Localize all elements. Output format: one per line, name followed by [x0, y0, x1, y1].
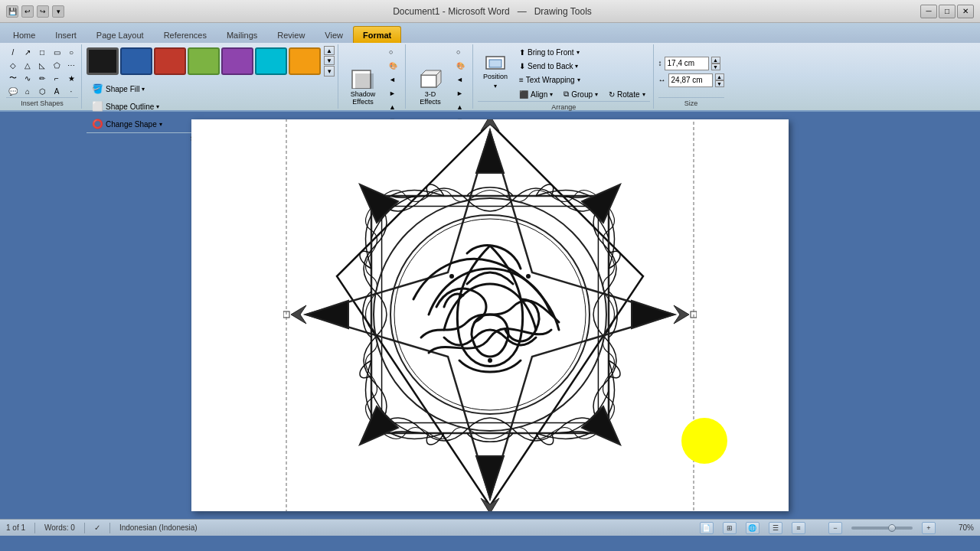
ribbon-content: / ↗ □ ▭ ○ ◇ △ ◺ ⬠ ⋯ 〜 ∿ ✏ ⌐ ★ 💬 ⌂ ⬡ A · — [0, 43, 980, 110]
line-tool[interactable]: / — [6, 46, 20, 58]
shadow-color[interactable]: 🎨 — [384, 60, 402, 72]
shadow-right[interactable]: ► — [384, 87, 402, 99]
shadow-on-off[interactable]: ○ — [384, 46, 402, 58]
zoom-thumb[interactable] — [888, 524, 896, 532]
swatch-green[interactable] — [188, 47, 220, 75]
group-button[interactable]: ⧉ Group ▾ — [559, 87, 603, 101]
change-shape-dropdown-arrow: ▾ — [159, 121, 162, 128]
change-shape-icon: ⭕ — [91, 118, 103, 130]
threed-color[interactable]: 🎨 — [452, 60, 469, 72]
redo-icon[interactable]: ↪ — [37, 5, 49, 18]
shape-fill-button[interactable]: 🪣 Shape Fill ▾ — [87, 80, 167, 97]
height-input[interactable] — [665, 57, 709, 70]
group-icon: ⧉ — [564, 90, 569, 99]
svg-marker-19 — [632, 301, 674, 328]
styles-scroll-up[interactable]: ▲ — [324, 46, 335, 55]
tab-home[interactable]: Home — [3, 26, 45, 43]
curve-tool[interactable]: ∿ — [21, 72, 34, 84]
text-wrap-icon: ≡ — [519, 76, 524, 84]
zoom-slider[interactable] — [851, 523, 913, 533]
tab-references[interactable]: References — [154, 26, 217, 43]
scribble-tool[interactable]: ✏ — [35, 72, 49, 84]
text-wrapping-button[interactable]: ≡ Text Wrapping ▾ — [514, 73, 650, 86]
shape-outline-button[interactable]: ⬜ Shape Outline ▾ — [87, 98, 167, 115]
threed-tilt-left[interactable]: ◄ — [452, 73, 469, 86]
customize-icon[interactable]: ▾ — [52, 5, 64, 18]
rect-tool[interactable]: □ — [35, 46, 49, 58]
tab-page-layout[interactable]: Page Layout — [87, 26, 154, 43]
swatch-purple[interactable] — [221, 47, 253, 75]
width-up[interactable]: ▲ — [715, 73, 724, 80]
status-sep-3 — [109, 523, 110, 533]
position-icon — [485, 49, 506, 70]
yellow-circle[interactable] — [681, 418, 727, 464]
banner-tool[interactable]: ⌂ — [21, 85, 34, 97]
save-icon[interactable]: 💾 — [6, 5, 18, 18]
shadow-effects-button[interactable]: Shadow Effects — [343, 67, 383, 106]
chevron-tool[interactable]: ⋯ — [64, 59, 78, 71]
restore-button[interactable]: □ — [939, 5, 956, 18]
tab-view[interactable]: View — [315, 26, 353, 43]
swatch-black[interactable] — [87, 47, 119, 75]
shadow-left[interactable]: ◄ — [384, 73, 402, 86]
send-to-back-button[interactable]: ⬇ Send to Back ▾ — [514, 60, 650, 73]
svg-marker-24 — [360, 184, 398, 223]
tab-mailings[interactable]: Mailings — [217, 26, 267, 43]
threed-effects-button[interactable]: 3-DEffects — [410, 67, 450, 106]
styles-row-1 — [87, 47, 321, 75]
oval-tool[interactable]: ○ — [64, 46, 78, 58]
position-button[interactable]: Position ▾ — [478, 46, 513, 92]
view-fullscreen-button[interactable]: ⊞ — [723, 522, 737, 534]
triangle-tool[interactable]: △ — [21, 59, 34, 71]
view-outline-button[interactable]: ☰ — [769, 522, 782, 534]
swatch-orange[interactable] — [289, 47, 321, 75]
tab-format[interactable]: Format — [353, 26, 401, 43]
threed-tilt-right[interactable]: ► — [452, 87, 469, 99]
size-content: ↕ ▲ ▼ ↔ ▲ ▼ — [658, 46, 724, 97]
threed-icon — [416, 67, 444, 89]
right-triangle-tool[interactable]: ◺ — [35, 59, 49, 71]
flowchart-tool[interactable]: ⬡ — [35, 85, 49, 97]
height-down[interactable]: ▼ — [711, 64, 720, 70]
view-print-button[interactable]: 📄 — [700, 522, 714, 534]
page-count: 1 of 1 — [6, 523, 25, 532]
swatch-blue[interactable] — [120, 47, 152, 75]
threed-tilt-up[interactable]: ▲ — [452, 101, 469, 113]
minimize-button[interactable]: ─ — [920, 5, 937, 18]
close-button[interactable]: ✕ — [957, 5, 974, 18]
connector-tool[interactable]: ⌐ — [50, 72, 64, 84]
diamond-tool[interactable]: ◇ — [6, 59, 20, 71]
edit-points-tool[interactable]: · — [64, 85, 78, 97]
height-spinner: ▲ ▼ — [711, 57, 720, 70]
zoom-out-button[interactable]: − — [828, 522, 842, 534]
artwork[interactable] — [283, 119, 697, 511]
styles-more[interactable]: ▾ — [324, 66, 335, 77]
textbox-tool[interactable]: A — [50, 85, 64, 97]
view-draft-button[interactable]: ≡ — [792, 522, 805, 534]
bring-to-front-button[interactable]: ⬆ Bring to Front ▾ — [514, 46, 650, 59]
rotate-button[interactable]: ↻ Rotate ▾ — [604, 87, 649, 101]
threed-on-off[interactable]: ○ — [452, 46, 469, 58]
proofing-icon[interactable]: ✓ — [94, 523, 100, 532]
insert-shapes-tools: / ↗ □ ▭ ○ ◇ △ ◺ ⬠ ⋯ 〜 ∿ ✏ ⌐ ★ 💬 ⌂ ⬡ A · — [6, 46, 78, 97]
rounded-rect-tool[interactable]: ▭ — [50, 46, 64, 58]
shadow-up[interactable]: ▲ — [384, 101, 402, 113]
swatch-cyan[interactable] — [255, 47, 287, 75]
arrow-tool[interactable]: ↗ — [21, 46, 34, 58]
callout-tool[interactable]: 💬 — [6, 85, 20, 97]
pentagon-tool[interactable]: ⬠ — [50, 59, 64, 71]
undo-icon[interactable]: ↩ — [21, 5, 34, 18]
width-input[interactable] — [668, 73, 713, 87]
swatch-red[interactable] — [154, 47, 186, 75]
width-down[interactable]: ▼ — [715, 80, 724, 87]
align-button[interactable]: ⬛ Align ▾ — [514, 87, 557, 101]
tab-insert[interactable]: Insert — [45, 26, 87, 43]
zoom-in-button[interactable]: + — [922, 522, 936, 534]
freeform-tool[interactable]: 〜 — [6, 72, 20, 84]
height-up[interactable]: ▲ — [711, 57, 720, 64]
styles-scroll-down[interactable]: ▼ — [324, 56, 335, 65]
star-tool[interactable]: ★ — [64, 72, 78, 84]
view-web-button[interactable]: 🌐 — [746, 522, 760, 534]
tab-review[interactable]: Review — [267, 26, 315, 43]
change-shape-button[interactable]: ⭕ Change Shape ▾ — [87, 116, 167, 132]
